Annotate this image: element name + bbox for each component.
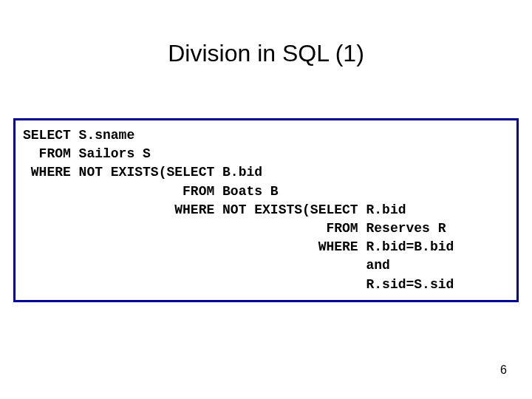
- sql-code-block: SELECT S.sname FROM Sailors S WHERE NOT …: [13, 118, 519, 302]
- slide-title: Division in SQL (1): [0, 0, 532, 67]
- page-number: 6: [500, 364, 507, 377]
- slide: Division in SQL (1) SELECT S.sname FROM …: [0, 0, 532, 399]
